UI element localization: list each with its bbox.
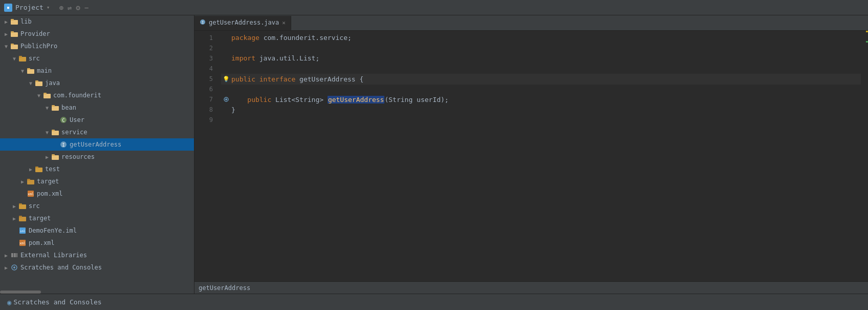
tree-item[interactable]: C User bbox=[0, 114, 194, 126]
sidebar-content[interactable]: ▶ lib▶ Provider▼ PublichPro▼ src▼ main▼ … bbox=[0, 15, 194, 291]
code-line: } bbox=[221, 105, 861, 115]
tree-item[interactable]: ▼ java bbox=[0, 77, 194, 89]
tab-close-button[interactable]: ✕ bbox=[282, 19, 286, 26]
code-content: public List<String> getUserAddress(Strin… bbox=[231, 95, 449, 105]
tree-arrow-icon: ▶ bbox=[43, 154, 51, 160]
tree-item[interactable]: ▶ lib bbox=[0, 15, 194, 28]
tree-file-icon bbox=[18, 214, 27, 222]
tree-item-label: bean bbox=[61, 104, 76, 111]
svg-rect-2 bbox=[11, 32, 18, 37]
tree-item-label: getUserAddress bbox=[70, 141, 121, 148]
svg-rect-31 bbox=[19, 203, 22, 205]
svg-text:xml: xml bbox=[19, 241, 26, 245]
svg-rect-27 bbox=[27, 179, 30, 180]
svg-rect-18 bbox=[52, 131, 59, 135]
tree-file-icon: iml bbox=[18, 226, 27, 235]
tree-item[interactable]: ▶ target bbox=[0, 212, 194, 224]
tree-item-label: lib bbox=[20, 18, 32, 25]
tree-file-icon bbox=[18, 202, 27, 210]
tree-file-icon: xml bbox=[18, 239, 27, 247]
svg-rect-5 bbox=[11, 44, 14, 45]
code-content: package com.founderit.service; bbox=[231, 33, 352, 43]
svg-rect-8 bbox=[27, 69, 34, 74]
tree-item[interactable]: ▶ External Libraries bbox=[0, 249, 194, 261]
code-area[interactable]: package com.founderit.service;import jav… bbox=[217, 31, 861, 281]
tab-label: getUserAddress.java bbox=[209, 19, 279, 26]
status-label: getUserAddress bbox=[199, 284, 250, 292]
svg-text:C: C bbox=[62, 118, 64, 123]
svg-rect-4 bbox=[11, 45, 18, 49]
minimize-icon[interactable]: − bbox=[84, 4, 89, 12]
svg-rect-6 bbox=[19, 57, 26, 61]
tree-item[interactable]: ▼ PublichPro bbox=[0, 40, 194, 52]
tree-item-label: main bbox=[37, 67, 52, 74]
svg-rect-33 bbox=[19, 216, 22, 217]
tree-file-icon bbox=[18, 54, 27, 63]
gutter-mark-yellow bbox=[866, 31, 868, 32]
svg-rect-15 bbox=[52, 105, 55, 107]
tree-file-icon bbox=[51, 128, 59, 136]
svg-point-42 bbox=[13, 266, 15, 268]
tree-item[interactable]: xml pom.xml bbox=[0, 188, 194, 200]
svg-rect-12 bbox=[44, 94, 51, 98]
code-line: public List<String> getUserAddress(Strin… bbox=[221, 95, 861, 105]
tree-arrow-icon: ▼ bbox=[18, 68, 27, 74]
tree-item[interactable]: ▶ src bbox=[0, 200, 194, 212]
scratches-consoles-item[interactable]: ◉ Scratches and Consoles bbox=[4, 297, 105, 307]
tree-item-label: resources bbox=[61, 153, 95, 160]
tree-item-label: test bbox=[45, 166, 60, 173]
settings-icon[interactable]: ⚙ bbox=[76, 4, 80, 12]
tree-arrow-icon: ▶ bbox=[2, 31, 10, 37]
tree-item-label: target bbox=[29, 215, 51, 222]
svg-rect-1 bbox=[11, 19, 14, 20]
code-content: import java.util.List; bbox=[231, 53, 319, 64]
svg-rect-24 bbox=[35, 168, 42, 172]
title-bar-icons: ⊕ ⇌ ⚙ − bbox=[59, 4, 89, 12]
sync-icon[interactable]: ⇌ bbox=[68, 4, 72, 12]
tree-item[interactable]: ▶ test bbox=[0, 163, 194, 175]
tree-item-label: src bbox=[29, 202, 40, 210]
tree-item[interactable]: ▼ com.founderit bbox=[0, 89, 194, 101]
tree-item[interactable]: ▶ resources bbox=[0, 151, 194, 163]
tree-item[interactable]: ▼ src bbox=[0, 52, 194, 65]
svg-rect-19 bbox=[52, 130, 55, 131]
tree-item[interactable]: ▼ main bbox=[0, 65, 194, 77]
tree-item[interactable]: xml pom.xml bbox=[0, 237, 194, 249]
tree-item[interactable]: ▼ bean bbox=[0, 101, 194, 114]
tree-arrow-icon: ▶ bbox=[10, 216, 18, 221]
tab-interface-icon: I bbox=[200, 19, 206, 27]
code-line: package com.founderit.service; bbox=[221, 33, 861, 43]
editor-content: 123456789 package com.founderit.service;… bbox=[194, 31, 868, 281]
svg-rect-30 bbox=[19, 204, 26, 209]
tree-arrow-icon: ▶ bbox=[2, 265, 10, 271]
bottom-panel: ◉ Scratches and Consoles bbox=[0, 294, 868, 310]
tree-item[interactable]: I getUserAddress bbox=[0, 138, 194, 151]
tree-item[interactable]: ▶ target bbox=[0, 175, 194, 188]
globe-icon[interactable]: ⊕ bbox=[59, 4, 63, 12]
svg-text:xml: xml bbox=[28, 192, 34, 196]
tab-bar: I getUserAddress.java✕ bbox=[194, 15, 868, 31]
main-layout: ▶ lib▶ Provider▼ PublichPro▼ src▼ main▼ … bbox=[0, 15, 868, 294]
line-number: 3 bbox=[194, 53, 213, 64]
svg-rect-13 bbox=[44, 93, 47, 94]
svg-rect-22 bbox=[52, 155, 59, 160]
svg-rect-38 bbox=[11, 253, 13, 257]
tree-item[interactable]: ▼ service bbox=[0, 126, 194, 138]
code-content: public interface getUserAddress { bbox=[231, 74, 363, 85]
title-bar: ▪ Project ▾ ⊕ ⇌ ⚙ − bbox=[0, 0, 868, 15]
status-bar: getUserAddress bbox=[194, 281, 868, 294]
tree-item[interactable]: ▶ Scratches and Consoles bbox=[0, 261, 194, 274]
code-line bbox=[221, 115, 861, 126]
svg-point-46 bbox=[225, 98, 227, 100]
svg-rect-25 bbox=[35, 167, 38, 168]
gutter-mark-green bbox=[866, 41, 868, 43]
tree-file-icon bbox=[10, 42, 18, 50]
project-caret-icon[interactable]: ▾ bbox=[47, 4, 50, 11]
tree-arrow-icon: ▼ bbox=[2, 44, 10, 49]
tree-file-icon bbox=[10, 251, 18, 259]
tree-item[interactable]: iml DemoFenYe.iml bbox=[0, 224, 194, 237]
editor-tab[interactable]: I getUserAddress.java✕ bbox=[194, 16, 291, 30]
editor-area: I getUserAddress.java✕ 123456789 package… bbox=[194, 15, 868, 294]
tree-item[interactable]: ▶ Provider bbox=[0, 28, 194, 40]
tree-file-icon bbox=[51, 104, 59, 112]
